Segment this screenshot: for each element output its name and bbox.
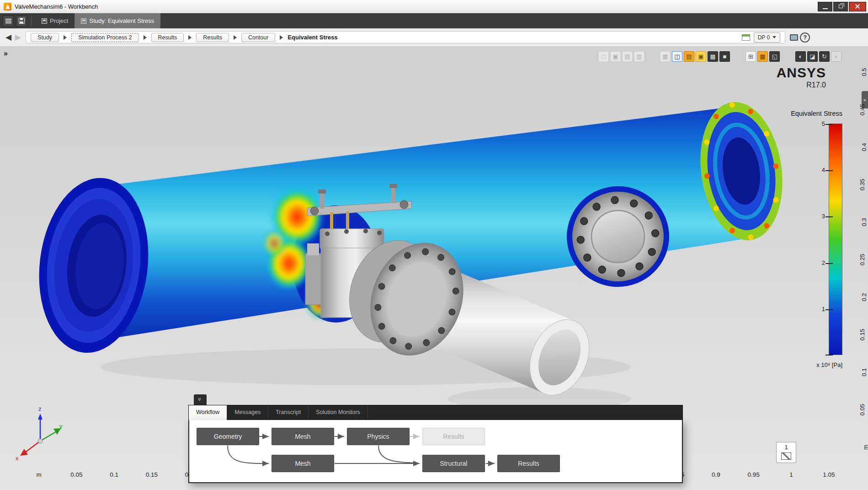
v-ruler-label: 0.45 — [859, 104, 866, 115]
breadcrumb-separator-icon — [144, 35, 147, 40]
table-tool-icon[interactable]: ▥ — [634, 51, 644, 62]
legend-tick-label: 3 — [822, 213, 825, 220]
workflow-panel-tabs: WorkflowMessagesTranscriptSolution Monit… — [188, 405, 683, 420]
legend-tickmark — [825, 355, 833, 355]
hamburger-icon — [5, 19, 11, 20]
save-button[interactable] — [16, 16, 27, 27]
legend-title: Equivalent Stress — [778, 110, 842, 117]
tab-study-equivalent-stress[interactable]: Study: Equivalent Stress — [75, 13, 160, 28]
restore-icon — [839, 5, 843, 8]
h-ruler-label: 0.9 — [712, 471, 720, 478]
workflow-node-geometry[interactable]: Geometry — [197, 428, 259, 445]
breadcrumb-current: Equivalent Stress — [288, 34, 337, 41]
workflow-tab-transcript[interactable]: Transcript — [268, 405, 309, 420]
breadcrumb-item[interactable]: Contour — [241, 33, 275, 42]
legend-tick-label: 4 — [822, 167, 825, 173]
shaded-exterior-icon[interactable]: ■ — [719, 51, 730, 62]
legend-tick-label: 5 — [822, 120, 825, 127]
fit-view-icon[interactable]: ◱ — [769, 51, 780, 62]
breadcrumb-separator-icon — [280, 35, 283, 40]
design-point-label: DP 0 — [758, 34, 770, 41]
breadcrumb-separator-icon — [64, 35, 67, 40]
plane-tool-icon[interactable]: □ — [598, 51, 609, 62]
ansys-workbench-window: { "window": { "title": "ValveMechansim6 … — [0, 0, 868, 490]
legend-tickmark — [825, 309, 833, 310]
menubar: Project Study: Equivalent Stress — [0, 13, 868, 28]
triad-z-label: z — [38, 405, 42, 412]
workflow-canvas: Geometry Mesh Physics Results Mesh Struc… — [188, 420, 683, 483]
ruler-toggle-icon[interactable]: ▩ — [708, 51, 718, 62]
legend-tickmark — [825, 124, 833, 125]
contour-bands-icon[interactable]: ◫ — [672, 51, 682, 62]
tab-study-label: Study: Equivalent Stress — [89, 17, 154, 24]
main-menu-button[interactable] — [3, 16, 14, 27]
h-ruler-label: 0.15 — [146, 471, 158, 478]
workflow-node-mesh-top[interactable]: Mesh — [272, 428, 334, 445]
display-settings-icon[interactable] — [790, 34, 798, 41]
brand-name: ANSYS — [777, 66, 826, 80]
v-ruler-label: 0.5 — [860, 68, 867, 76]
legend-tickmark — [825, 170, 833, 171]
parameter-set-icon[interactable] — [742, 34, 750, 41]
vertical-ruler: 0.50.450.40.350.30.250.20.150.10.05m — [858, 47, 867, 490]
forward-button[interactable]: ▶ — [15, 33, 21, 41]
snapshot-icon[interactable]: ▫ — [831, 51, 841, 62]
breadcrumb: StudySimulation Process 2ResultsResultsC… — [26, 31, 785, 43]
stress-legend: Equivalent Stress 54321 x 10⁸ [Pa] — [778, 110, 842, 368]
menubar-divider — [31, 16, 32, 26]
back-button[interactable]: ◀ — [5, 33, 11, 41]
v-ruler-label: 0.3 — [860, 218, 867, 226]
help-button[interactable]: ? — [800, 32, 810, 43]
design-point-selector[interactable]: DP 0 — [754, 32, 780, 43]
workflow-tab-solution-monitors[interactable]: Solution Monitors — [309, 405, 368, 420]
legend-tickmark — [825, 216, 833, 217]
project-icon — [42, 18, 47, 24]
minimize-button[interactable] — [818, 2, 832, 11]
study-icon — [81, 18, 86, 24]
close-button[interactable] — [849, 2, 866, 11]
v-ruler-label: 0.05 — [859, 404, 866, 415]
workflow-node-results-disabled[interactable]: Results — [422, 428, 485, 445]
tab-project-label: Project — [50, 17, 68, 24]
v-ruler-label: 0.25 — [859, 254, 866, 265]
result-set-indicator[interactable]: 1 — [776, 442, 796, 463]
legend-toggle-icon[interactable]: ▤ — [684, 51, 694, 62]
legend-tickmark — [825, 263, 833, 264]
collapse-workflow-panel-button[interactable]: » — [194, 394, 207, 405]
path-tool-icon[interactable]: ▣ — [610, 51, 621, 62]
h-ruler-label: m — [36, 471, 41, 478]
breadcrumb-item[interactable]: Study — [31, 33, 59, 42]
view-tools: ⊞▦◱ — [746, 51, 780, 62]
new-section-icon[interactable]: ⊞ — [746, 51, 756, 62]
breadcrumb-item[interactable]: Results — [151, 33, 184, 42]
legend-tick-label: 1 — [822, 306, 825, 312]
v-ruler-label: 0.1 — [860, 368, 867, 376]
result-set-number: 1 — [777, 444, 796, 451]
outline-icon[interactable]: ▦ — [660, 51, 671, 62]
breadcrumb-bar: ◀ ▶ StudySimulation Process 2ResultsResu… — [0, 28, 868, 47]
rotate-view-icon[interactable]: ↻ — [819, 51, 830, 62]
tab-project[interactable]: Project — [35, 13, 75, 28]
workflow-node-results[interactable]: Results — [497, 455, 560, 472]
lighting-icon[interactable]: ◐ — [795, 51, 806, 62]
display-tools: ▦◫▤▣▩■ — [660, 51, 730, 62]
breadcrumb-item[interactable]: Results — [196, 33, 229, 42]
workflow-node-structural[interactable]: Structural — [422, 455, 485, 472]
triad-toggle-icon[interactable]: ▣ — [696, 51, 706, 62]
workflow-node-physics[interactable]: Physics — [347, 428, 410, 445]
workflow-node-mesh-bottom[interactable]: Mesh — [272, 455, 334, 472]
workflow-panel: » WorkflowMessagesTranscriptSolution Mon… — [188, 394, 683, 483]
breadcrumb-item[interactable]: Simulation Process 2 — [71, 33, 138, 42]
h-ruler-label: 1 — [789, 471, 793, 478]
workflow-tab-workflow[interactable]: Workflow — [189, 405, 227, 420]
shadow-icon[interactable]: ◪ — [807, 51, 818, 62]
help-icon: ? — [803, 34, 807, 41]
v-ruler-label: 0.2 — [860, 293, 867, 301]
minimize-icon — [823, 8, 828, 9]
chevron-down-icon — [772, 36, 776, 38]
grid-toggle-icon[interactable]: ▦ — [757, 51, 768, 62]
chart-tool-icon[interactable]: ▤ — [622, 51, 633, 62]
restore-button[interactable] — [833, 2, 848, 11]
workflow-tab-messages[interactable]: Messages — [227, 405, 268, 420]
expand-panel-button[interactable]: » — [4, 49, 8, 58]
